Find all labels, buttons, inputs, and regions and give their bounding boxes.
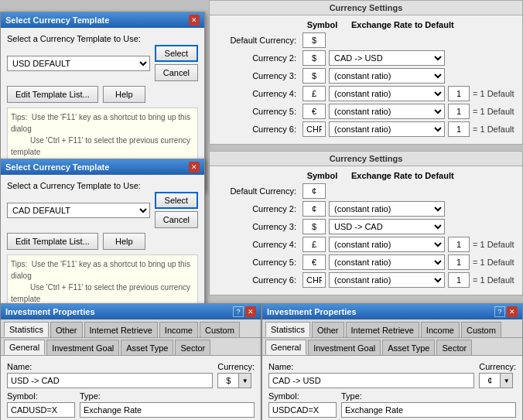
ip2-close-button[interactable]: ✕ [507, 306, 518, 317]
sct2-close-button[interactable]: ✕ [189, 162, 200, 172]
sct1-label: Select a Currency Template to Use: [7, 34, 198, 43]
sct1-cancel-button[interactable]: Cancel [155, 64, 198, 81]
ip1-tab-income[interactable]: Income [159, 322, 198, 337]
ip2-tab-investment-goal[interactable]: Investment Goal [308, 340, 381, 355]
cs2-rate-1[interactable]: (constant ratio) [329, 201, 445, 217]
cs1-default-3: = 1 Default [473, 89, 514, 98]
cs1-ratio-3[interactable] [448, 86, 470, 101]
cs2-rate-2[interactable]: USD -> CAD [329, 219, 445, 234]
cs1-rate-2[interactable]: (constant ratio) [329, 68, 445, 84]
sct1-template-select[interactable]: USD DEFAULT CAD DEFAULT [7, 56, 150, 71]
currency-settings-panel-2: Currency Settings Symbol Exchange Rate t… [209, 151, 523, 295]
cs1-rate-3[interactable]: (constant ratio) [329, 86, 445, 101]
cs1-ratio-4[interactable] [448, 104, 470, 119]
ip1-tab-other[interactable]: Other [50, 322, 83, 337]
ip2-symbol-input[interactable] [268, 402, 337, 418]
cs1-label-1: Currency 2: [216, 53, 299, 63]
ip2-tab-general[interactable]: General [265, 340, 306, 355]
ip2-tab-income[interactable]: Income [421, 322, 460, 337]
cs1-label-0: Default Currency: [216, 36, 299, 45]
sct1-help-button[interactable]: Help [103, 86, 145, 103]
cs2-ratio-4[interactable] [448, 254, 470, 270]
cs2-symbol-4[interactable] [303, 254, 326, 270]
sct2-cancel-button[interactable]: Cancel [155, 211, 198, 228]
cs1-symbol-5[interactable] [303, 121, 326, 137]
ip2-currency-input[interactable] [479, 373, 501, 388]
ip2-tab-sector[interactable]: Sector [436, 340, 472, 355]
ip1-close-button[interactable]: ✕ [245, 306, 256, 317]
cs2-label-5: Currency 6: [216, 275, 299, 285]
cs2-rate-4[interactable]: (constant ratio) [329, 254, 445, 270]
currency-settings-panel-1: Currency Settings Symbol Exchange Rate t… [209, 0, 523, 145]
sct1-tip-2: Use 'Ctrl + F11' to select the previous … [11, 135, 194, 158]
cs1-symbol-4[interactable] [303, 104, 326, 119]
ip1-currency-input[interactable] [217, 373, 239, 388]
ip2-tab-custom[interactable]: Custom [461, 322, 501, 337]
ip2-tab-statistics[interactable]: Statistics [265, 322, 310, 337]
sct1-select-button[interactable]: Select [155, 45, 198, 62]
ip2-help-button[interactable]: ? [494, 306, 505, 317]
cs2-header-symbol: Symbol [301, 171, 344, 180]
sct2-label: Select a Currency Template to Use: [7, 181, 198, 190]
ip2-title: Investment Properties [267, 307, 357, 316]
sct2-help-button[interactable]: Help [103, 233, 145, 250]
cs2-row-4: Currency 5: (constant ratio) = 1 Default [216, 254, 516, 270]
ip1-currency-dropdown-btn[interactable]: ▼ [239, 373, 251, 388]
ip1-symbol-input[interactable] [7, 402, 75, 418]
sct2-template-select[interactable]: USD DEFAULT CAD DEFAULT [7, 203, 150, 218]
cs2-rate-5[interactable]: (constant ratio) [329, 272, 445, 288]
cs2-row-0: Default Currency: [216, 183, 516, 199]
ip2-tab-asset-type[interactable]: Asset Type [382, 340, 435, 355]
ip2-tab-other[interactable]: Other [312, 322, 344, 337]
cs2-symbol-5[interactable] [303, 272, 326, 288]
ip1-tab-sector[interactable]: Sector [175, 340, 210, 355]
sct1-close-button[interactable]: ✕ [189, 15, 200, 26]
cs1-symbol-1[interactable] [303, 50, 326, 66]
ip1-tab-general[interactable]: General [4, 340, 45, 355]
cs2-ratio-5[interactable] [448, 272, 470, 288]
ip2-name-label: Name: [268, 362, 474, 371]
cs2-label-0: Default Currency: [216, 186, 299, 196]
ip2-name-input[interactable] [268, 373, 474, 388]
ip1-name-label: Name: [7, 362, 213, 371]
cs2-row-2: Currency 3: USD -> CAD [216, 219, 516, 234]
ip1-type-input[interactable] [80, 402, 255, 418]
ip2-type-input[interactable] [341, 402, 516, 418]
sct2-edit-button[interactable]: Edit Template List... [7, 233, 98, 250]
cs1-label-2: Currency 3: [216, 71, 299, 80]
cs1-default-4: = 1 Default [473, 107, 514, 116]
ip1-symbol-label: Symbol: [7, 391, 75, 401]
cs2-rate-3[interactable]: (constant ratio) [329, 237, 445, 252]
cs2-symbol-0[interactable] [303, 183, 326, 199]
cs2-label-2: Currency 3: [216, 222, 299, 231]
ip2-currency-dropdown-btn[interactable]: ▼ [501, 373, 513, 388]
cs1-rate-4[interactable]: (constant ratio) [329, 104, 445, 119]
ip1-tab-investment-goal[interactable]: Investment Goal [46, 340, 119, 355]
cs2-symbol-1[interactable] [303, 201, 326, 217]
cs1-symbol-2[interactable] [303, 68, 326, 84]
cs1-label-4: Currency 5: [216, 107, 299, 116]
ip1-tab-asset-type[interactable]: Asset Type [121, 340, 173, 355]
cs2-row-1: Currency 2: (constant ratio) [216, 201, 516, 217]
cs2-ratio-3[interactable] [448, 237, 470, 252]
sct2-select-button[interactable]: Select [155, 192, 198, 209]
ip1-tab-statistics[interactable]: Statistics [4, 322, 49, 337]
cs1-symbol-0[interactable] [303, 32, 326, 48]
cs1-symbol-3[interactable] [303, 86, 326, 101]
ip1-tab-internet-retrieve[interactable]: Internet Retrieve [84, 322, 158, 337]
ip1-tab-custom[interactable]: Custom [200, 322, 240, 337]
cs1-ratio-5[interactable] [448, 121, 470, 137]
sct1-edit-button[interactable]: Edit Template List... [7, 86, 98, 103]
cs2-symbol-2[interactable] [303, 219, 326, 234]
cs2-title: Currency Settings [210, 152, 522, 166]
ip2-tabs-row1: Statistics Other Internet Retrieve Incom… [262, 319, 522, 338]
cs1-row-1: Currency 2: CAD -> USD [216, 50, 516, 66]
cs1-rate-5[interactable]: (constant ratio) [329, 121, 445, 137]
cs1-rate-1[interactable]: CAD -> USD [329, 50, 445, 66]
ip2-content: Name: Currency: ▼ Symbol: Type: [262, 356, 522, 420]
ip1-controls: ? ✕ [233, 306, 256, 317]
ip1-help-button[interactable]: ? [233, 306, 244, 317]
ip1-name-input[interactable] [7, 373, 213, 388]
ip2-tab-internet-retrieve[interactable]: Internet Retrieve [346, 322, 419, 337]
cs2-symbol-3[interactable] [303, 237, 326, 252]
